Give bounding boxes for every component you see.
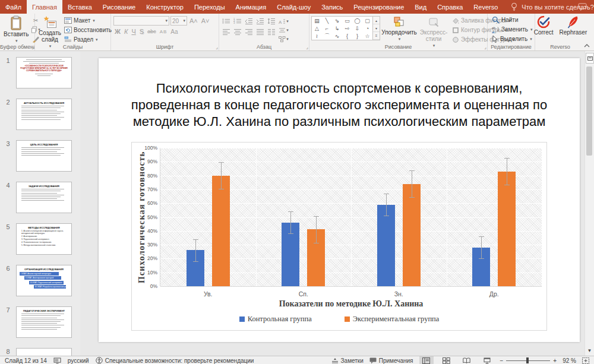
- slide-thumbnail-6[interactable]: 6ОРГАНИЗАЦИЯ ИССЛЕДОВАНИЯI ЭТАП. Анализ …: [0, 265, 80, 296]
- thumbnail-slide-preview[interactable]: ОРГАНИЗАЦИЯ ИССЛЕДОВАНИЯI ЭТАП. Анализ н…: [16, 265, 72, 296]
- tab-вид[interactable]: Вид: [409, 0, 432, 14]
- accessibility-checker[interactable]: Специальные возможности: проверьте реком…: [96, 357, 254, 364]
- increase-font-button[interactable]: A˄: [188, 17, 199, 24]
- shape-triangle-icon[interactable]: △: [312, 24, 322, 32]
- reset-button[interactable]: Восстановить: [63, 26, 113, 34]
- section-button[interactable]: Раздел▾: [63, 35, 113, 44]
- align-center-button[interactable]: [233, 27, 242, 36]
- font-size-combobox[interactable]: 20▾: [170, 16, 187, 26]
- tab-рисование[interactable]: Рисование: [97, 0, 141, 14]
- thumbnail-slide-preview[interactable]: ПЕДАГОГИЧЕСКИЙ ЭКСПЕРИМЕНТ: [16, 306, 72, 338]
- shape-curved-connector-icon[interactable]: ↳: [332, 24, 342, 32]
- current-slide[interactable]: Психологическая готовность спортсменов к…: [99, 58, 580, 342]
- tab-переходы[interactable]: Переходы: [189, 0, 230, 14]
- font-style-button-ч[interactable]: Ч: [130, 28, 137, 35]
- reverso-rephraser-button[interactable]: Rephraser: [558, 15, 589, 36]
- select-button[interactable]: Выделить▾: [491, 34, 535, 43]
- zoom-level[interactable]: 92 %: [563, 357, 576, 364]
- justify-button[interactable]: [255, 27, 265, 36]
- increase-indent-button[interactable]: [255, 17, 265, 25]
- align-left-button[interactable]: [222, 27, 231, 36]
- drawing-dialog-launcher[interactable]: ⌟: [484, 45, 486, 50]
- next-slide-button[interactable]: ▼: [585, 348, 594, 353]
- bar-экспериментальная-Ув[interactable]: [212, 176, 230, 286]
- font-style-button-ж[interactable]: Ж: [113, 28, 122, 35]
- fit-slide-icon[interactable]: [582, 357, 589, 364]
- shape-partial-circle-icon[interactable]: ◔: [362, 24, 372, 32]
- font-style-button-abc[interactable]: abc: [146, 29, 157, 34]
- font-style-button-ав[interactable]: АВ: [159, 29, 169, 34]
- font-style-button-s[interactable]: S: [138, 28, 145, 35]
- tab-рецензирование[interactable]: Рецензирование: [348, 0, 409, 14]
- thumbnail-slide-preview[interactable]: АКТУАЛЬНОСТЬ ИССЛЕДОВАНИЯ: [16, 99, 72, 130]
- scroll-up-button[interactable]: [586, 53, 594, 64]
- tab-запись[interactable]: Запись: [316, 0, 348, 14]
- line-spacing-button[interactable]: [267, 17, 276, 25]
- bar-экспериментальная-Зн[interactable]: [403, 184, 421, 286]
- columns-button[interactable]: [267, 27, 276, 36]
- slideshow-view-button[interactable]: [480, 356, 494, 364]
- slide-thumbnail-8[interactable]: 8: [0, 348, 80, 356]
- slide-thumbnail-7[interactable]: 7ПЕДАГОГИЧЕСКИЙ ЭКСПЕРИМЕНТ: [0, 306, 80, 338]
- text-direction-button[interactable]: А▾: [279, 17, 289, 26]
- bar-контрольная-Зн[interactable]: [377, 205, 395, 286]
- shape-freeform-icon[interactable]: ≀: [312, 32, 322, 40]
- font-dialog-launcher[interactable]: ⌟: [216, 45, 218, 50]
- tab-главная[interactable]: Главная: [27, 0, 62, 14]
- vertical-scrollbar[interactable]: ▼: [584, 51, 594, 356]
- font-name-combobox[interactable]: ▾: [113, 16, 169, 26]
- thumbnail-slide-preview[interactable]: ЗАДАЧИ ИССЛЕДОВАНИЯ: [16, 182, 72, 213]
- decrease-indent-button[interactable]: [244, 17, 254, 25]
- bar-chart[interactable]: 0%10%20%30%40%50%60%70%80%90%100%Ув.Сп.З…: [131, 142, 547, 331]
- shape-text-box-icon[interactable]: ▤: [312, 17, 322, 24]
- legend-item[interactable]: Экспериментальная группа: [345, 315, 440, 324]
- thumbnail-slide-preview[interactable]: МЕТОДЫ ИССЛЕДОВАНИЯ1. Анализ и обобщение…: [16, 223, 72, 255]
- tab-слайд-шоу[interactable]: Слайд-шоу: [271, 0, 316, 14]
- shape-star-icon[interactable]: ☆: [362, 32, 372, 40]
- paragraph-dialog-launcher[interactable]: ⌟: [306, 45, 308, 50]
- shape-curve-icon[interactable]: ∿: [332, 32, 342, 40]
- replace-button[interactable]: abacЗаменить▾: [491, 25, 535, 34]
- find-button[interactable]: Найти: [491, 15, 535, 24]
- slide-title[interactable]: Психологическая готовность спортсменов к…: [99, 80, 580, 130]
- zoom-in-button[interactable]: +: [553, 357, 557, 364]
- shape-rectangle-icon[interactable]: ▭: [342, 17, 352, 24]
- slide-sorter-view-button[interactable]: [440, 356, 454, 364]
- tab-анимация[interactable]: Анимация: [230, 0, 272, 14]
- shape-ellipse-icon[interactable]: ◯: [352, 17, 362, 24]
- zoom-out-button[interactable]: −: [500, 357, 504, 364]
- slide-thumbnail-5[interactable]: 5МЕТОДЫ ИССЛЕДОВАНИЯ1. Анализ и обобщени…: [0, 223, 80, 255]
- language-indicator[interactable]: русский: [68, 357, 89, 364]
- thumbnail-slide-preview[interactable]: ЦЕЛЬ ИССЛЕДОВАНИЯ: [16, 140, 72, 172]
- thumbnail-slide-preview[interactable]: [16, 348, 72, 356]
- paste-button[interactable]: Вставить▾: [2, 15, 30, 45]
- shape-arc-icon[interactable]: ⌒: [322, 32, 332, 40]
- reading-view-button[interactable]: [460, 356, 474, 364]
- tab-файл[interactable]: Файл: [0, 0, 27, 14]
- legend-item[interactable]: Контрольная группа: [239, 315, 312, 324]
- tab-reverso[interactable]: Reverso: [468, 0, 503, 14]
- smartart-convert-button[interactable]: ▾: [279, 35, 289, 43]
- bar-экспериментальная-Др[interactable]: [498, 172, 516, 286]
- font-style-button-aa[interactable]: Aa: [169, 29, 179, 35]
- slide-thumbnail-3[interactable]: 3ЦЕЛЬ ИССЛЕДОВАНИЯ: [0, 140, 80, 172]
- shape-elbow-connector-icon[interactable]: ⌐: [322, 24, 332, 32]
- align-text-button[interactable]: ▾: [279, 26, 289, 34]
- slide-thumbnail-1[interactable]: 1«ОСОБЕННОСТИ ПСИХОЛОГИЧЕСКОЙ ПОДГОТОВКИ…: [0, 57, 80, 88]
- shape-rounded-rectangle-icon[interactable]: ▢: [362, 17, 372, 24]
- layout-button[interactable]: Макет▾: [63, 16, 113, 25]
- shape-arrow-line-icon[interactable]: ⇘: [332, 17, 342, 24]
- clipboard-dialog-launcher[interactable]: ⌟: [31, 45, 34, 50]
- zoom-slider[interactable]: [506, 357, 550, 364]
- arrange-button[interactable]: Упорядочить▾: [382, 15, 416, 43]
- slide-thumbnail-4[interactable]: 4ЗАДАЧИ ИССЛЕДОВАНИЯ: [0, 182, 80, 213]
- shape-line-icon[interactable]: ╲: [322, 17, 332, 24]
- slide-thumbnail-2[interactable]: 2АКТУАЛЬНОСТЬ ИССЛЕДОВАНИЯ: [0, 99, 80, 130]
- collapse-ribbon-button[interactable]: [584, 44, 590, 48]
- slide-number-indicator[interactable]: Слайд 12 из 14: [5, 357, 47, 364]
- numbering-button[interactable]: 123: [233, 17, 242, 25]
- shapes-gallery-scrollbar[interactable]: ▴▾≡: [373, 16, 380, 40]
- notes-button[interactable]: Заметки: [331, 357, 364, 364]
- shape-left-brace-icon[interactable]: {: [342, 32, 352, 40]
- font-style-button-к[interactable]: К: [123, 28, 129, 35]
